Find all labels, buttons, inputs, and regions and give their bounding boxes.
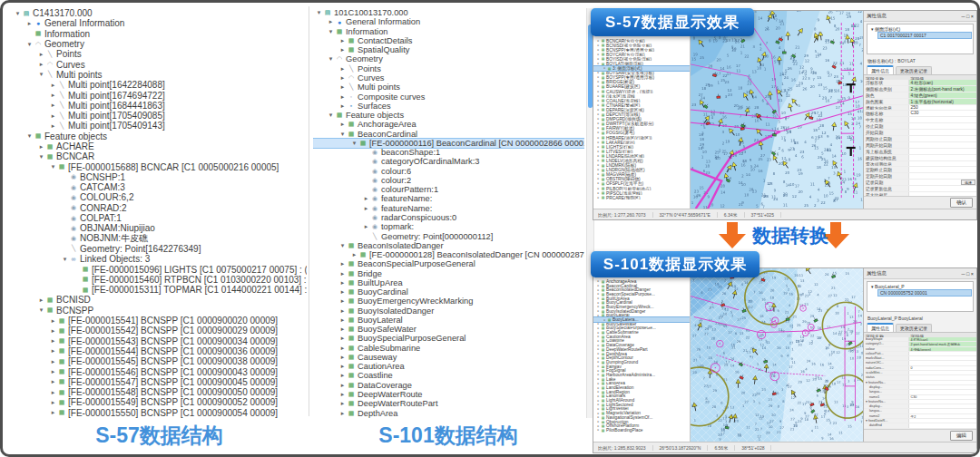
tree-item[interactable]: ▸◠Curves [12,59,307,69]
expander-icon[interactable]: ▸ [338,400,347,407]
expander-icon[interactable]: ▸ [37,143,45,151]
field-value[interactable] [909,173,976,179]
tree-item[interactable]: ▸▦CableSubmarine [313,344,584,353]
expander-icon[interactable]: ▸ [338,102,347,110]
tree-item[interactable]: ▸▦[FE-0000015548] BCNSPP [C1 0000900050 … [12,387,307,397]
expander-icon[interactable]: ▸ [338,382,347,389]
tree-item[interactable]: ▸╲Points [313,64,584,73]
field-value[interactable] [909,356,976,360]
tree-item[interactable]: ◉colour:6 [313,167,584,176]
field-value[interactable]: 4:绿色(green) [909,92,976,98]
props-tab[interactable]: 属性信息 [867,65,894,74]
tree-item[interactable]: ◉beaconShape:1 [313,148,584,157]
tree-item[interactable]: ▾▦[FE-0000000116] BeaconCardinal [CN 000… [313,139,584,148]
tree-item[interactable]: ▸●General Information [313,17,584,26]
tree-item[interactable]: ▸◦Composite curves [313,92,584,101]
expander-icon[interactable]: ▸ [338,279,347,287]
field-value[interactable] [909,419,976,423]
tree-item[interactable]: ╲Geometry: Point[0000000112] [313,231,584,240]
props-tab[interactable]: 更改历史记录 [896,66,932,74]
field-value[interactable] [909,149,976,154]
expander-icon[interactable]: ▸ [338,37,347,44]
props-row[interactable]: 定期终止日期 [864,167,976,173]
expander-icon[interactable]: ▸ [49,317,57,325]
tree-item[interactable]: ▸▦BeaconSpecialPurposeGeneral [313,259,584,268]
props-row[interactable]: 侧面标志类别2:左侧标志(port-hand mark) [864,86,976,92]
tree-item[interactable]: ▦[FE-0000015460] RTPBCN [C1 0103000220 0… [12,275,307,285]
field-value[interactable] [909,167,976,172]
tree-item[interactable]: ▸▦[FE-0000015547] BCNSPP [C1 0000900045 … [12,377,307,387]
tree-item[interactable]: ▸▦BuoyIsolatedDanger [313,306,584,316]
expander-icon[interactable]: ▸ [338,46,347,53]
tree-item[interactable]: ▸▦BuoyEmergencyWreckMarking [313,297,584,306]
field-value[interactable]: 1:水平条纹(horizontal) [909,99,976,104]
layer-list-item[interactable]: ▸▦PRCARE(预防区) [593,195,690,199]
tree-item[interactable]: ◉COLOUR:6,2 [12,192,307,202]
tree-item[interactable]: ◉NOBJNM:牛皮礁 [12,234,307,244]
field-value[interactable]: C30 [909,395,976,399]
field-value[interactable] [909,400,976,404]
tree-item[interactable]: ▾▦BCNCAR [12,151,307,161]
expander-icon[interactable]: ▸ [338,363,347,370]
expander-icon[interactable]: ▸ [362,205,370,212]
tree-item[interactable]: ▸╲Multi point[1705409085] [12,111,307,121]
field-value[interactable] [909,161,976,167]
expander-icon[interactable]: ▸ [49,112,57,120]
tree-item[interactable]: ◉OBJNAM:Niupijiao [12,223,307,233]
tree-item[interactable]: ▾╲Multi points [12,70,307,80]
tree-item[interactable]: ◉colourPattern:1 [313,185,584,194]
expander-icon[interactable]: ▸ [49,409,57,416]
field-value[interactable]: 2:port-hand lateral mark 左侧标志 [909,342,976,345]
expander-icon[interactable]: ▸ [338,391,347,398]
tree-item[interactable]: ▾▤101C10013170.000 [313,8,584,17]
tree-item[interactable]: ▸▦[FE-0000015550] BCNSPP [C1 0000900054 … [12,408,307,418]
s57-chart-canvas[interactable] [691,11,863,209]
tree-item[interactable]: ▸◠Curves [313,73,584,83]
props-row[interactable]: 停止日期 [864,123,976,130]
field-value[interactable] [909,361,976,365]
tree-item[interactable]: ▸▦BuoySafeWater [313,325,584,334]
expander-icon[interactable]: ▾ [327,55,335,63]
expander-icon[interactable]: ▸ [338,410,347,417]
expander-icon[interactable]: ▸ [49,368,57,375]
expander-icon[interactable]: ▸ [49,122,57,130]
expander-icon[interactable]: ▾ [327,112,335,119]
expander-icon[interactable]: ▾ [49,163,57,170]
expander-icon[interactable]: ▸ [338,270,347,277]
props-action-button[interactable]: 确认 [950,198,973,208]
tree-item[interactable]: ▸▦DeepWaterRoutePart [313,399,584,408]
expander-icon[interactable]: ▸ [338,354,347,361]
expander-icon[interactable]: ▸ [338,316,347,324]
props-row[interactable]: 周期停止日期 [864,136,976,142]
props-row[interactable]: 记录日期选择 [864,180,976,186]
field-value[interactable] [909,117,976,122]
tree-item[interactable]: ▸▦BuoyLateral [313,316,584,325]
expander-icon[interactable]: ▸ [338,307,347,315]
expander-icon[interactable]: ▸ [338,372,347,379]
expander-icon[interactable]: ▸ [338,260,347,267]
tree-item[interactable]: ▸▦DeepWaterRoute [313,390,584,399]
tree-item[interactable]: ▦Information [12,29,307,39]
expander-icon[interactable]: ▸ [49,389,57,396]
props-row[interactable]: 颜色图案1:水平条纹(horizontal) [864,99,976,105]
tree-item[interactable]: ▾▦BCNSPP [12,306,307,316]
expander-icon[interactable]: ▾ [315,9,323,16]
props-row[interactable]: 雷达侦测信息 [864,161,976,168]
expander-icon[interactable]: ▸ [338,74,347,82]
object-parent[interactable]: ▾ 侧面浮标(式) [867,24,973,32]
tree-item[interactable]: ▾▦BeaconCardinal [313,129,584,138]
tree-item[interactable]: ▸◉featureName: [313,194,584,203]
tree-item[interactable]: ▾▦Feature objects [313,111,584,120]
expander-icon[interactable]: ▸ [338,335,347,342]
tree-item[interactable]: ▸▦Bridge [313,268,584,277]
tree-item[interactable]: ╲Geometry: Point[1642276349] [12,244,307,254]
expander-icon[interactable]: ▸ [338,297,347,305]
tree-item[interactable]: ▸▦[FE-0000015544] BCNSPP [C1 0000900036 … [12,346,307,356]
tree-item[interactable]: ▾▦Information [313,27,584,36]
expander-icon[interactable]: ▸ [49,347,57,355]
field-value[interactable] [909,142,976,148]
tree-item[interactable]: ▸▦[FE-0000015549] BCNSPP [C1 0000900052 … [12,397,307,407]
expander-icon[interactable]: ▸ [362,223,370,230]
field-value[interactable] [909,390,976,394]
expander-icon[interactable]: ▾ [327,28,335,35]
